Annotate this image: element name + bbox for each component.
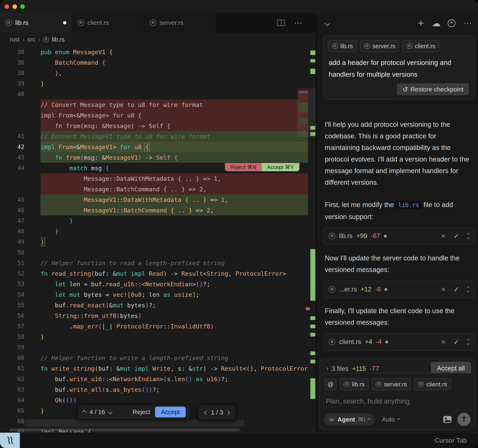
context-file-pill[interactable]: R lib.rs	[328, 40, 357, 52]
code-line[interactable]: Message::BatchCommand { .. } => 2,	[0, 184, 316, 194]
cloud-icon[interactable]: ☁	[432, 19, 441, 28]
tab-server-rs[interactable]: R server.rs	[144, 13, 216, 33]
chevron-right-icon: ›	[38, 36, 40, 43]
rust-file-icon: R	[418, 381, 424, 387]
rust-file-icon: R	[376, 381, 381, 387]
code-line[interactable]: 57 .map_err(|_| ProtocolError::InvalidUt…	[0, 321, 316, 332]
tab-client-rs[interactable]: R client.rs	[72, 13, 144, 33]
reject-button[interactable]: Reject	[132, 409, 150, 416]
context-file-pill[interactable]: R lib.rs	[340, 378, 369, 390]
breadcrumb-src[interactable]: src	[27, 36, 35, 43]
code-line[interactable]: 59	[0, 342, 316, 353]
chat-input[interactable]: @ R lib.rs R server.rs R client.rs Plan,…	[319, 373, 476, 430]
code-line[interactable]: Message::DataWithMetadata { .. } => 1,	[0, 173, 316, 184]
line-number: 46	[0, 207, 41, 214]
file-change-card-server[interactable]: R ...er.rs +12 -6 × ✓	[323, 281, 475, 298]
code-line[interactable]: 53 let len = buf.read_u16::<NetworkEndia…	[0, 279, 316, 289]
tab-lib-rs[interactable]: R lib.rs	[0, 13, 72, 33]
code-line[interactable]: 56 String::from_utf8(bytes)	[0, 310, 316, 321]
code-line[interactable]: 48 }	[0, 226, 316, 237]
expand-icon[interactable]	[467, 233, 469, 239]
pill-label: server.rs	[372, 43, 395, 50]
code-line[interactable]: impl From<&Message> for u8 {	[0, 110, 316, 121]
code-line[interactable]: 36 BatchCommand {	[0, 57, 316, 68]
agent-label: Agent	[337, 416, 355, 423]
inline-reject-button[interactable]: Reject ⌘N	[225, 163, 262, 171]
chat-header: + ☁ ⋯	[316, 13, 478, 33]
send-button[interactable]: ↑	[457, 413, 471, 426]
pill-label: client.rs	[426, 381, 447, 388]
code-line[interactable]: 41// Convert MessageV1 type to u8 for wi…	[0, 131, 316, 142]
collapse-chat-icon[interactable]	[323, 19, 332, 28]
context-file-pill[interactable]: R client.rs	[402, 40, 440, 52]
code-line[interactable]: 38 },	[0, 68, 316, 78]
breadcrumb-rust[interactable]: rust	[10, 36, 19, 43]
new-chat-icon[interactable]: +	[416, 19, 426, 28]
diff-added-marker	[310, 325, 315, 328]
code-line[interactable]: 55 buf.read_exact(&mut bytes)?;	[0, 300, 316, 310]
inline-code[interactable]: lib.rs	[396, 201, 421, 209]
code-line[interactable]: 54 let mut bytes = vec![0u8; len as usiz…	[0, 289, 316, 300]
code-line[interactable]: 39}	[0, 78, 316, 89]
cursor-tab-status[interactable]: Cursor Tab	[434, 437, 467, 444]
code-line[interactable]: 50	[0, 247, 316, 258]
tab-label: lib.rs	[15, 19, 28, 26]
horizontal-scrollbar[interactable]	[9, 429, 240, 431]
added-count: +12	[361, 286, 371, 293]
prev-diff-icon[interactable]	[82, 410, 86, 414]
zoom-button[interactable]	[20, 4, 25, 9]
code-line[interactable]: 63 buf.write_all(s.as_bytes())?;	[0, 384, 316, 395]
code-line[interactable]: 46 MessageV1::BatchCommand { .. } => 2,	[0, 205, 316, 216]
minimap-diff-block	[299, 91, 308, 94]
close-button[interactable]	[5, 4, 9, 9]
next-diff-icon[interactable]	[108, 410, 113, 414]
context-file-pill[interactable]: R server.rs	[360, 40, 399, 52]
diff-added-marker	[310, 126, 315, 130]
line-number: 64	[0, 397, 41, 403]
expand-files-icon[interactable]	[325, 367, 328, 370]
agent-mode-selector[interactable]: ∞ Agent ⌘I	[324, 413, 375, 425]
code-line[interactable]: 60// Helper function to write a length-p…	[0, 353, 316, 363]
breadcrumb-file[interactable]: lib.rs	[52, 36, 64, 43]
context-file-pill[interactable]: R server.rs	[371, 378, 411, 390]
code-line[interactable]: 64 Ok(())	[0, 395, 316, 405]
minimize-button[interactable]	[13, 4, 17, 9]
code-line[interactable]: 45 MessageV1::DataWithMetadata { .. } =>…	[0, 194, 316, 205]
history-icon[interactable]	[447, 19, 456, 28]
cursor-tab-icon[interactable]	[0, 433, 20, 448]
expand-icon[interactable]	[467, 287, 469, 292]
file-change-card-lib[interactable]: R lib.rs +99 -67 × ✓	[323, 227, 475, 245]
accept-button[interactable]: Accept	[155, 407, 186, 417]
restore-label: Restore checkpoint	[410, 86, 464, 93]
added-count: +4	[365, 338, 372, 346]
titlebar	[0, 0, 478, 13]
code-line[interactable]: 49}	[0, 237, 316, 247]
code-line[interactable]: 42impl From<&MessageV1> for u8 {	[0, 142, 316, 152]
next-file-icon[interactable]	[226, 410, 230, 415]
code-line[interactable]: 40	[0, 89, 316, 99]
expand-icon[interactable]	[467, 339, 469, 345]
code-line[interactable]: 51// Helper function to read a length-pr…	[0, 258, 316, 268]
code-line[interactable]: fn from(msg: &Message) -> Self {	[0, 121, 316, 131]
restore-checkpoint-button[interactable]: ↺ Restore checkpoint	[397, 83, 469, 95]
code-editor[interactable]: 30pub enum MessageV1 {36 BatchCommand {3…	[0, 46, 316, 432]
inline-accept-button[interactable]: Accept ⌘Y	[262, 163, 299, 171]
prev-file-icon[interactable]	[204, 410, 208, 415]
code-line[interactable]: 61fn write_string(buf: &mut impl Write, …	[0, 363, 316, 374]
assistant-paragraph: Now I'll update the server code to handl…	[325, 252, 472, 275]
code-line[interactable]: 62 buf.write_u16::<NetworkEndian>(s.len(…	[0, 374, 316, 384]
code-line[interactable]: 30pub enum MessageV1 {	[0, 47, 316, 57]
code-line[interactable]: 47 }	[0, 216, 316, 226]
context-file-pill[interactable]: R client.rs	[414, 378, 451, 390]
file-change-card-client[interactable]: R client.rs +4 -4 × ✓	[323, 333, 475, 351]
code-line[interactable]: 58}	[0, 332, 316, 342]
attach-image-icon[interactable]	[443, 416, 452, 423]
code-line[interactable]: // Convert Message type to u8 for wire f…	[0, 99, 316, 110]
chat-more-icon[interactable]: ⋯	[463, 19, 472, 28]
model-selector[interactable]: Auto	[382, 416, 399, 423]
code-line[interactable]: 52fn read_string(buf: &mut impl Read) ->…	[0, 268, 316, 279]
mention-button[interactable]: @	[325, 378, 337, 390]
code-line[interactable]: 43 fn from(msg: &MessageV1) -> Self {	[0, 152, 316, 163]
split-editor-icon[interactable]	[277, 20, 285, 26]
file-navigation-toolbar: 1 / 3	[198, 404, 237, 421]
